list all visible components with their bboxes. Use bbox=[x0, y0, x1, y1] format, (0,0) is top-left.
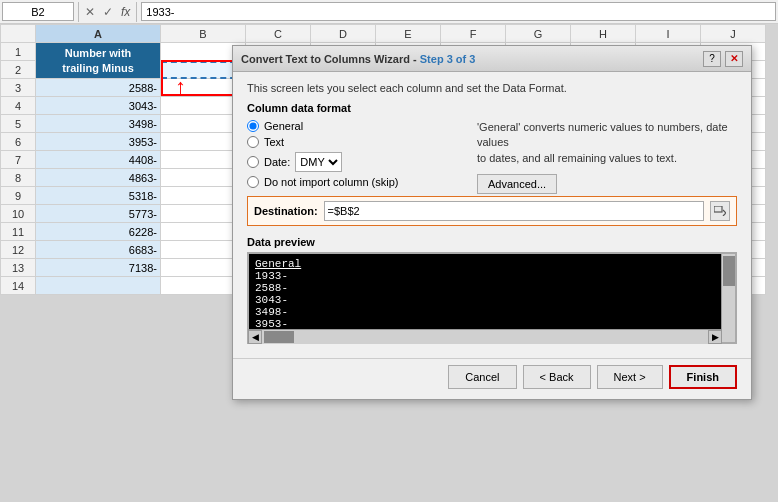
cell-A6[interactable]: 3953- bbox=[36, 133, 161, 151]
destination-label: Destination: bbox=[254, 205, 318, 217]
row-header-2[interactable]: 2 bbox=[1, 61, 36, 79]
dialog-title: Convert Text to Columns Wizard - Step 3 … bbox=[241, 53, 475, 65]
col-header-J[interactable]: J bbox=[701, 25, 766, 43]
preview-horizontal-scrollbar[interactable]: ◀ ▶ bbox=[248, 329, 722, 343]
dialog-description: This screen lets you select each column … bbox=[247, 82, 737, 94]
dialog-left-col: General Text Date: DMY bbox=[247, 120, 467, 196]
radio-general-text: General bbox=[264, 120, 303, 132]
cell-A3[interactable]: 2588- bbox=[36, 79, 161, 97]
col-header-E[interactable]: E bbox=[376, 25, 441, 43]
preview-row-4: 3498- bbox=[255, 306, 729, 318]
dialog-help-button[interactable]: ? bbox=[703, 51, 721, 67]
preview-hscroll-track bbox=[262, 330, 708, 344]
cell-A12[interactable]: 6683- bbox=[36, 241, 161, 259]
cell-A5[interactable]: 3498- bbox=[36, 115, 161, 133]
radio-text-label[interactable]: Text bbox=[247, 136, 467, 148]
radio-group: General Text Date: DMY bbox=[247, 120, 467, 188]
radio-general[interactable] bbox=[247, 120, 259, 132]
cell-A7[interactable]: 4408- bbox=[36, 151, 161, 169]
cell-A10[interactable]: 5773- bbox=[36, 205, 161, 223]
radio-skip-text: Do not import column (skip) bbox=[264, 176, 399, 188]
preview-scrollbar-thumb[interactable] bbox=[723, 256, 735, 286]
back-button[interactable]: < Back bbox=[523, 365, 591, 389]
cell-A13[interactable]: 7138- bbox=[36, 259, 161, 277]
dialog-step: Step 3 of 3 bbox=[420, 53, 476, 65]
radio-date[interactable] bbox=[247, 156, 259, 168]
radio-general-label[interactable]: General bbox=[247, 120, 467, 132]
radio-skip[interactable] bbox=[247, 176, 259, 188]
radio-skip-label[interactable]: Do not import column (skip) bbox=[247, 176, 467, 188]
dialog-body: This screen lets you select each column … bbox=[233, 72, 751, 354]
cancel-button[interactable]: Cancel bbox=[448, 365, 516, 389]
radio-text-text: Text bbox=[264, 136, 284, 148]
dialog-footer: Cancel < Back Next > Finish bbox=[233, 358, 751, 399]
col-header-A[interactable]: A bbox=[36, 25, 161, 43]
cell-A11[interactable]: 6228- bbox=[36, 223, 161, 241]
col-header-C[interactable]: C bbox=[246, 25, 311, 43]
col-header-H[interactable]: H bbox=[571, 25, 636, 43]
confirm-formula-icon[interactable]: ✓ bbox=[99, 5, 117, 19]
red-arrow-indicator: ↑ bbox=[175, 76, 186, 98]
preview-hscroll-thumb[interactable] bbox=[264, 331, 294, 343]
col-header-D[interactable]: D bbox=[311, 25, 376, 43]
radio-date-label[interactable]: Date: DMY bbox=[247, 152, 467, 172]
preview-hscroll-left-arrow[interactable]: ◀ bbox=[248, 330, 262, 344]
row-col-corner bbox=[1, 25, 36, 43]
formula-bar: B2 ✕ ✓ fx 1933- bbox=[0, 0, 778, 24]
cancel-formula-icon[interactable]: ✕ bbox=[81, 5, 99, 19]
cell-A1[interactable]: Number withtrailing Minus bbox=[36, 43, 161, 79]
advanced-button[interactable]: Advanced... bbox=[477, 174, 557, 194]
picker-icon bbox=[714, 206, 726, 216]
formula-bar-separator2 bbox=[136, 2, 137, 22]
col-header-G[interactable]: G bbox=[506, 25, 571, 43]
insert-function-icon[interactable]: fx bbox=[117, 5, 134, 19]
name-box[interactable]: B2 bbox=[2, 2, 74, 21]
dialog-right-col: 'General' converts numeric values to num… bbox=[477, 120, 737, 196]
general-note: 'General' converts numeric values to num… bbox=[477, 120, 737, 166]
convert-dialog: Convert Text to Columns Wizard - Step 3 … bbox=[232, 45, 752, 400]
col-header-B[interactable]: B bbox=[161, 25, 246, 43]
date-format-select[interactable]: DMY bbox=[295, 152, 342, 172]
col-header-F[interactable]: F bbox=[441, 25, 506, 43]
radio-date-text: Date: bbox=[264, 156, 290, 168]
data-preview-container: General 1933- 2588- 3043- 3498- 3953- ◀ … bbox=[247, 252, 737, 344]
next-button[interactable]: Next > bbox=[597, 365, 663, 389]
dialog-titlebar: Convert Text to Columns Wizard - Step 3 … bbox=[233, 46, 751, 72]
cell-A8[interactable]: 4863- bbox=[36, 169, 161, 187]
column-format-label: Column data format bbox=[247, 102, 737, 114]
preview-row-2: 2588- bbox=[255, 282, 729, 294]
preview-hscroll-right-arrow[interactable]: ▶ bbox=[708, 330, 722, 344]
cell-A4[interactable]: 3043- bbox=[36, 97, 161, 115]
cell-A14[interactable] bbox=[36, 277, 161, 295]
col-header-I[interactable]: I bbox=[636, 25, 701, 43]
preview-row-1: 1933- bbox=[255, 270, 729, 282]
destination-row: Destination: bbox=[247, 196, 737, 226]
dialog-close-button[interactable]: ✕ bbox=[725, 51, 743, 67]
dialog-window-controls: ? ✕ bbox=[703, 51, 743, 67]
preview-row-3: 3043- bbox=[255, 294, 729, 306]
data-preview-label: Data preview bbox=[247, 236, 737, 248]
row-header-1[interactable]: 1 bbox=[1, 43, 36, 61]
preview-column-header: General bbox=[255, 258, 729, 270]
preview-vertical-scrollbar[interactable] bbox=[721, 254, 735, 342]
destination-picker-button[interactable] bbox=[710, 201, 730, 221]
finish-button[interactable]: Finish bbox=[669, 365, 737, 389]
formula-bar-separator bbox=[78, 2, 79, 22]
formula-input[interactable]: 1933- bbox=[141, 2, 776, 21]
dialog-two-columns: General Text Date: DMY bbox=[247, 120, 737, 196]
destination-input[interactable] bbox=[324, 201, 704, 221]
radio-text[interactable] bbox=[247, 136, 259, 148]
cell-A9[interactable]: 5318- bbox=[36, 187, 161, 205]
svg-rect-0 bbox=[714, 206, 722, 212]
